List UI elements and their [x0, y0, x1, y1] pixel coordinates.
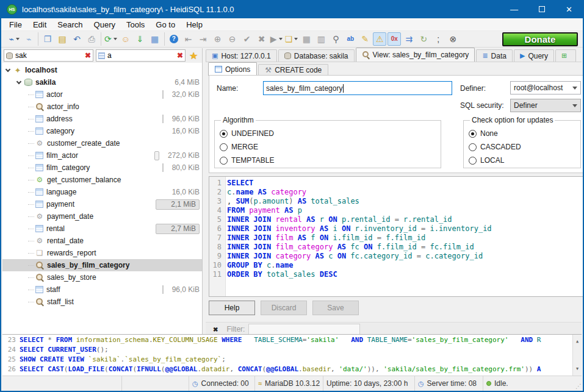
indent-button[interactable]: ⇉: [402, 32, 416, 46]
tree-item-get-customer-balance[interactable]: ⚙get_customer_balance: [2, 174, 202, 186]
radio-button-icon[interactable]: [220, 143, 228, 151]
tree-item-rewards-report[interactable]: ❏rewards_report: [2, 247, 202, 259]
save-sql-button[interactable]: ▦: [300, 32, 313, 46]
post-changes-button[interactable]: ✔: [240, 32, 254, 46]
reconnect-button[interactable]: ↻: [417, 32, 430, 46]
save-snippet-button[interactable]: ▦: [148, 32, 162, 46]
refresh-button[interactable]: ⟳: [104, 32, 118, 46]
tree-item-localhost[interactable]: ✦localhost: [2, 64, 202, 76]
view-select-code-editor[interactable]: 1SELECT2c.name AS category3, SUM(p.amoun…: [209, 176, 584, 297]
scroll-down-icon[interactable]: ▼: [576, 362, 579, 376]
tree-item-staff-list[interactable]: staff_list: [2, 296, 202, 308]
menu-item-search[interactable]: Search: [52, 19, 88, 30]
stop-button[interactable]: ⊗: [446, 32, 460, 46]
tree-item-rental-date[interactable]: ⚙rental_date: [2, 235, 202, 247]
help-button[interactable]: ?: [167, 32, 181, 46]
find-text-button[interactable]: ⚲: [329, 32, 342, 46]
replace-text-button[interactable]: ab: [344, 32, 357, 46]
help-button[interactable]: Help: [209, 301, 255, 315]
chevron-expanded-icon[interactable]: [16, 79, 21, 84]
view-name-input[interactable]: sales_by_film_category: [263, 81, 452, 95]
chevron-expanded-icon[interactable]: [5, 66, 10, 71]
scroll-up-icon[interactable]: ▲: [576, 335, 579, 348]
tab-database[interactable]: Database: sakila: [278, 49, 355, 62]
tree-item-actor-info[interactable]: actor_info: [2, 101, 202, 113]
database-filter-input[interactable]: [15, 51, 85, 60]
menu-item-tools[interactable]: Tools: [121, 19, 150, 30]
undo-button[interactable]: ↶: [70, 32, 84, 46]
export-database-button[interactable]: ⇓: [134, 32, 147, 46]
cancel-editing-button[interactable]: ✖: [255, 32, 269, 46]
menu-item-edit[interactable]: Edit: [27, 19, 52, 30]
insert-row-button[interactable]: ⊕: [211, 32, 225, 46]
radio-cascaded[interactable]: CASCADED: [469, 140, 575, 154]
tree-item-customer-create-date[interactable]: ⚙customer_create_date: [2, 137, 202, 149]
radio-local[interactable]: LOCAL: [469, 154, 575, 167]
radio-button-icon[interactable]: [220, 130, 228, 138]
tree-item-language[interactable]: language16,0 KiB: [2, 186, 202, 198]
chevron-down-icon[interactable]: [114, 38, 117, 40]
tree-item-sales-by-store[interactable]: sales_by_store: [2, 271, 202, 283]
tree-item-category[interactable]: category16,0 KiB: [2, 125, 202, 137]
definer-combobox[interactable]: root@localhost: [510, 81, 581, 94]
subtab-create-code[interactable]: ⚒CREATE code: [258, 64, 328, 76]
tree-item-sales-by-film-category[interactable]: sales_by_film_category: [2, 259, 202, 271]
reformat-sql-button[interactable]: ✎: [358, 32, 372, 46]
save-button[interactable]: Save: [312, 301, 359, 315]
radio-button-icon[interactable]: [220, 157, 228, 165]
table-filter[interactable]: ✖: [96, 49, 186, 62]
disconnect-button[interactable]: ⌁: [22, 32, 35, 46]
tab-view[interactable]: View: sales_by_film_category: [356, 48, 475, 62]
first-row-button[interactable]: ⇤: [182, 32, 195, 46]
copy-button[interactable]: ❐: [41, 32, 54, 46]
radio-button-icon[interactable]: [469, 157, 477, 165]
load-sql-file-button[interactable]: ❏: [284, 32, 299, 46]
database-filter[interactable]: ✖: [4, 49, 93, 62]
close-filter-icon[interactable]: ✖: [213, 326, 218, 333]
maximize-button[interactable]: [528, 0, 555, 18]
clear-database-filter-icon[interactable]: ✖: [85, 51, 91, 60]
execute-sql-button[interactable]: ▶: [270, 32, 283, 46]
tree-item-staff[interactable]: staff96,0 KiB: [2, 283, 202, 296]
radio-undefined[interactable]: UNDEFINED: [220, 127, 436, 140]
donate-button[interactable]: Donate: [502, 32, 578, 46]
print-button[interactable]: ⎙: [85, 32, 98, 46]
favorites-icon[interactable]: ★: [189, 50, 198, 62]
filter-input[interactable]: [248, 324, 360, 335]
new-tab-button[interactable]: ⊞: [555, 49, 576, 62]
clear-table-filter-icon[interactable]: ✖: [177, 51, 183, 60]
tab-query[interactable]: ▶Query: [514, 49, 554, 62]
tree-item-film-category[interactable]: film_category80,0 KiB: [2, 162, 202, 174]
tab-host[interactable]: ▣Host: 127.0.0.1: [206, 49, 277, 62]
radio-button-icon[interactable]: [469, 130, 477, 138]
view-binary-as-hex-button[interactable]: 0x: [388, 32, 401, 46]
menu-item-help[interactable]: Help: [181, 19, 208, 30]
resize-grip-icon[interactable]: ⋰: [575, 383, 582, 390]
subtab-options[interactable]: Options: [208, 62, 257, 76]
last-row-button[interactable]: ⇥: [196, 32, 210, 46]
menu-item-query[interactable]: Query: [88, 19, 121, 30]
tree-item-film-actor[interactable]: film_actor272,0 KiB: [2, 149, 202, 162]
paste-button[interactable]: ▤: [56, 32, 69, 46]
menu-item-go-to[interactable]: Go to: [150, 19, 181, 30]
save-sql-as-button[interactable]: ▥: [314, 32, 328, 46]
minimize-button[interactable]: —: [500, 0, 528, 18]
radio-merge[interactable]: MERGE: [220, 140, 436, 154]
user-manager-button[interactable]: ☺: [119, 32, 132, 46]
radio-button-icon[interactable]: [469, 143, 477, 151]
tree-item-rental[interactable]: rental2,7 MiB: [2, 223, 202, 235]
delimiter-button[interactable]: ;: [431, 32, 445, 46]
tab-data[interactable]: ≣Data: [476, 49, 513, 62]
tree-item-sakila[interactable]: sakila6,4 MiB: [2, 76, 202, 88]
bind-parameters-button[interactable]: ⚠: [373, 32, 386, 46]
chevron-down-icon[interactable]: [294, 38, 298, 40]
sql-security-combobox[interactable]: Definer: [510, 99, 581, 112]
radio-temptable[interactable]: TEMPTABLE: [220, 154, 436, 167]
tree-item-payment-date[interactable]: ⚙payment_date: [2, 210, 202, 223]
delete-row-button[interactable]: ⊖: [226, 32, 239, 46]
chevron-down-icon[interactable]: [16, 38, 20, 40]
radio-none[interactable]: None: [469, 127, 575, 140]
menu-item-file[interactable]: File: [4, 19, 27, 30]
chevron-down-icon[interactable]: [279, 38, 283, 40]
tree-item-address[interactable]: address96,0 KiB: [2, 113, 202, 125]
